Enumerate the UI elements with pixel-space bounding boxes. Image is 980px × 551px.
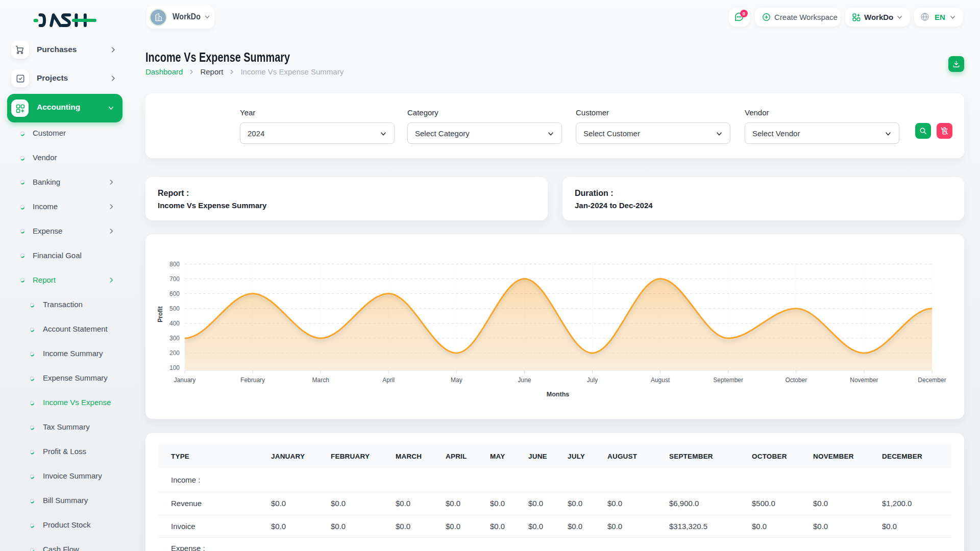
svg-text:700: 700 bbox=[169, 276, 180, 283]
svg-text:300: 300 bbox=[169, 335, 180, 342]
svg-text:November: November bbox=[850, 377, 878, 384]
svg-text:May: May bbox=[451, 377, 462, 384]
svg-text:October: October bbox=[785, 377, 807, 384]
svg-text:April: April bbox=[382, 377, 395, 384]
svg-text:500: 500 bbox=[169, 305, 180, 312]
svg-text:March: March bbox=[312, 377, 329, 384]
svg-text:600: 600 bbox=[169, 290, 180, 297]
svg-text:February: February bbox=[240, 377, 265, 384]
svg-text:August: August bbox=[651, 377, 670, 384]
svg-text:December: December bbox=[918, 377, 946, 384]
svg-text:June: June bbox=[518, 377, 531, 384]
svg-text:400: 400 bbox=[169, 320, 180, 327]
svg-text:January: January bbox=[174, 377, 196, 384]
svg-text:Months: Months bbox=[547, 391, 569, 398]
svg-text:July: July bbox=[587, 377, 598, 384]
svg-text:800: 800 bbox=[169, 261, 180, 268]
svg-text:Profit: Profit bbox=[157, 306, 164, 322]
svg-text:September: September bbox=[713, 377, 743, 384]
svg-text:200: 200 bbox=[169, 349, 180, 357]
svg-text:100: 100 bbox=[169, 364, 180, 371]
